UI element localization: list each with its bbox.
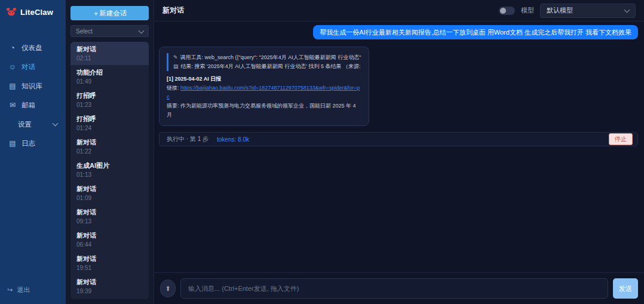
crab-logo-icon xyxy=(6,7,17,17)
chevron-down-icon xyxy=(624,7,630,13)
conversation-list-item[interactable]: 功能介绍 01:49 xyxy=(70,65,149,88)
sidebar-item-label: 知识库 xyxy=(22,82,42,91)
conversation-list-item[interactable]: 生成AI图片 01:13 xyxy=(70,158,149,182)
conversation-title: 生成AI图片 xyxy=(76,161,143,170)
sidebar-item-settings[interactable]: 设置 xyxy=(0,115,66,134)
conversation-time: 01:13 xyxy=(76,171,91,178)
message-composer: ⬆ 发送 xyxy=(154,272,644,304)
chat-header: 新对话 模型 默认模型 xyxy=(154,0,644,22)
sidebar-item-label: 日志 xyxy=(22,139,35,148)
conversation-title: 打招呼 xyxy=(76,91,143,100)
conversation-time: 19:39 xyxy=(76,288,91,294)
sidebar-nav: ◔ 仪表盘 ☺ 对话 ▤ 知识库 ✉ 邮箱 设置 ▤ 日志 xyxy=(0,38,66,153)
filter-value: Select xyxy=(76,28,93,35)
chevron-down-icon xyxy=(139,27,145,33)
tool-call-line: 调用工具: web_search ({"query": "2025年4月 AI人… xyxy=(180,54,361,60)
conversation-panel: ＋新建会话 Select 新对话 02:11 功能介绍 01:49 打招呼 01… xyxy=(66,0,154,304)
conversation-time: 09:13 xyxy=(76,218,91,225)
conversation-list-item[interactable]: 新对话 09:13 xyxy=(70,205,149,228)
sidebar-item-chat[interactable]: ☺ 对话 xyxy=(0,57,66,76)
conversation-title: 新对话 xyxy=(76,278,143,287)
conversation-list-item[interactable]: 新对话 19:51 xyxy=(70,251,149,275)
app-logo: LiteClaw xyxy=(0,0,66,27)
dashboard-icon: ◔ xyxy=(8,44,17,52)
conversation-list-item[interactable]: 新对话 06:44 xyxy=(70,228,149,251)
upload-button[interactable]: ⬆ xyxy=(160,280,176,297)
assistant-tool-message: ✎调用工具: web_search ({"query": "2025年4月 AI… xyxy=(159,47,369,126)
conversation-list-item[interactable]: 人工智能助手 17:52 xyxy=(70,298,149,299)
conversation-time: 01:09 xyxy=(76,195,91,201)
logout-label: 退出 xyxy=(17,285,30,294)
mode-toggle[interactable] xyxy=(499,7,515,15)
sidebar-item-label: 对话 xyxy=(22,63,35,72)
link-label: 链接: xyxy=(167,85,179,91)
conversation-title: 新对话 xyxy=(76,185,143,194)
conversation-time: 02:11 xyxy=(76,55,91,62)
conversation-title: 新对话 xyxy=(76,231,143,240)
token-count: tokens: 8.0k xyxy=(217,136,249,143)
conversation-time: 01:22 xyxy=(76,148,91,155)
conversation-list-item[interactable]: 新对话 01:22 xyxy=(70,135,149,158)
logout-icon: ↪ xyxy=(7,286,13,294)
stop-button[interactable]: 停止 xyxy=(609,133,633,145)
conversation-list-item[interactable]: 新对话 19:39 xyxy=(70,275,149,298)
execution-status-bar: 执行中 · 第 1 步 tokens: 8.0k 停止 xyxy=(159,132,638,146)
app-name: LiteClaw xyxy=(20,8,53,17)
tool-result-line: 结果: 搜索 '2025年4月 AI人工智能最新新闻 行业动态' 找到 5 条结… xyxy=(181,63,361,69)
chat-title: 新对话 xyxy=(162,5,184,16)
pencil-icon: ✎ xyxy=(173,54,178,60)
conversation-title: 新对话 xyxy=(76,208,143,217)
search-result-link[interactable]: https://baijiahao.baidu.com/s?id=1827487… xyxy=(167,85,360,100)
logs-icon: ▤ xyxy=(8,139,17,148)
search-result-title: [1] 2025-04-02 AI 日报 xyxy=(167,75,361,84)
chat-main: 新对话 模型 默认模型 帮我生成一份AI行业最新相关新闻报告,总结一下放到桌面 … xyxy=(154,0,644,304)
document-icon: ▤ xyxy=(173,63,179,69)
logout-button[interactable]: ↪ 退出 xyxy=(0,281,66,299)
conversation-filter-select[interactable]: Select xyxy=(70,25,149,37)
sidebar-item-knowledge[interactable]: ▤ 知识库 xyxy=(0,76,66,96)
chevron-down-icon xyxy=(53,121,59,127)
conversation-title: 新对话 xyxy=(76,254,143,263)
conversation-list-item[interactable]: 打招呼 01:24 xyxy=(70,112,149,135)
knowledge-icon: ▤ xyxy=(8,82,17,90)
sidebar-item-dashboard[interactable]: ◔ 仪表盘 xyxy=(0,38,66,57)
model-label: 模型 xyxy=(521,6,534,15)
conversation-list-item[interactable]: 新对话 01:09 xyxy=(70,182,149,205)
conversation-time: 01:23 xyxy=(76,102,91,108)
conversation-time: 01:49 xyxy=(76,78,91,85)
conversation-time: 01:24 xyxy=(76,125,91,131)
chat-icon: ☺ xyxy=(8,63,17,71)
message-input[interactable] xyxy=(180,278,608,299)
conversation-title: 新对话 xyxy=(76,45,143,54)
app-sidebar: LiteClaw ◔ 仪表盘 ☺ 对话 ▤ 知识库 ✉ 邮箱 设置 ▤ 日志 ↪… xyxy=(0,0,66,304)
conversation-list-item[interactable]: 新对话 02:11 xyxy=(70,42,149,65)
user-message-bubble: 帮我生成一份AI行业最新相关新闻报告,总结一下放到桌面 用Word文档 生成完之… xyxy=(313,25,638,39)
sidebar-item-mail[interactable]: ✉ 邮箱 xyxy=(0,96,66,115)
search-result-summary: 摘要: 作为新能源功率预测与电力交易服务领域的领军企业，国能日新 2025 年 … xyxy=(167,102,361,119)
model-value: 默认模型 xyxy=(547,6,573,15)
send-button[interactable]: 发送 xyxy=(613,278,638,299)
conversation-title: 功能介绍 xyxy=(76,68,143,77)
conversation-title: 新对话 xyxy=(76,138,143,147)
sidebar-item-logs[interactable]: ▤ 日志 xyxy=(0,134,66,153)
sidebar-item-label: 邮箱 xyxy=(22,101,35,110)
conversation-list: 新对话 02:11 功能介绍 01:49 打招呼 01:23 打招呼 01:24… xyxy=(70,42,149,299)
new-chat-button[interactable]: ＋新建会话 xyxy=(70,6,149,20)
upload-icon: ⬆ xyxy=(165,285,170,293)
sidebar-item-label: 仪表盘 xyxy=(22,44,42,53)
status-text: 执行中 · 第 1 步 xyxy=(167,135,208,143)
mail-icon: ✉ xyxy=(8,101,17,109)
sidebar-item-label: 设置 xyxy=(18,120,32,129)
conversation-time: 06:44 xyxy=(76,241,91,248)
model-select[interactable]: 默认模型 xyxy=(540,4,636,18)
toggle-knob xyxy=(500,8,506,14)
conversation-title: 打招呼 xyxy=(76,115,143,124)
conversation-time: 19:51 xyxy=(76,265,91,271)
message-area: 帮我生成一份AI行业最新相关新闻报告,总结一下放到桌面 用Word文档 生成完之… xyxy=(154,22,644,272)
conversation-list-item[interactable]: 打招呼 01:23 xyxy=(70,88,149,112)
